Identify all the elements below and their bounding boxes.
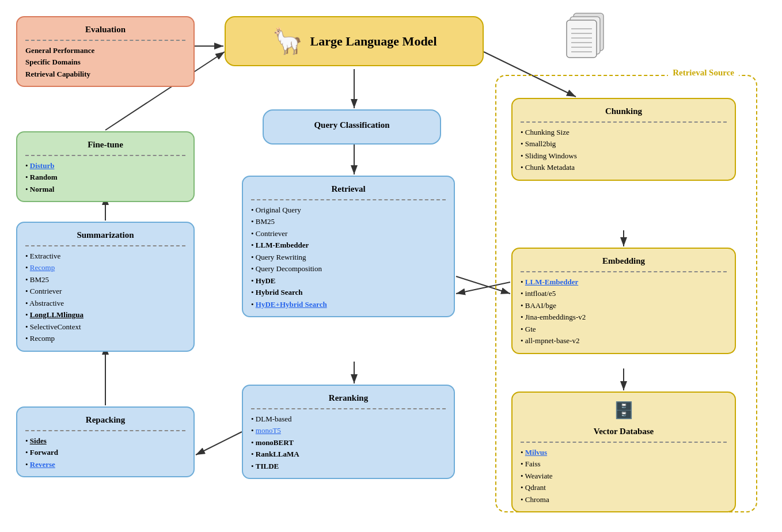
rerank-tilde: • TILDE: [251, 461, 446, 472]
document-icon: [563, 10, 609, 62]
ret-rewriting: • Query Rewriting: [251, 252, 446, 263]
query-classification-box: Query Classification: [263, 109, 441, 145]
summ-abstractive: • Abstractive: [25, 298, 185, 309]
retrieval-title: Retrieval: [251, 183, 446, 196]
repacking-items: • Sides • Forward • Reverse: [25, 435, 185, 470]
summ-contriever: • Contriever: [25, 286, 185, 297]
vectordb-title: Vector Database: [521, 425, 727, 438]
emb-mpnet: • all-mpnet-base-v2: [521, 335, 727, 347]
retrieval-items: • Original Query • BM25 • Contriever • L…: [251, 204, 446, 310]
repacking-reverse: • Reverse: [25, 459, 185, 470]
finetune-item-normal: • Normal: [25, 184, 185, 195]
finetune-item-disturb: • Disturb: [25, 160, 185, 172]
finetune-item-random: • Random: [25, 172, 185, 183]
vdb-weaviate: • Weaviate: [521, 470, 727, 482]
llm-box: 🦙 Large Language Model: [225, 16, 484, 66]
repacking-sides: • Sides: [25, 435, 185, 447]
chunk-sliding: • Sliding Windows: [521, 150, 727, 162]
summarization-title: Summarization: [25, 229, 185, 242]
llm-icon: 🦙: [272, 25, 303, 57]
document-icon-group: [563, 10, 609, 64]
rerank-monobert: • monoBERT: [251, 437, 446, 449]
evaluation-title: Evaluation: [25, 23, 185, 36]
llm-title: Large Language Model: [310, 32, 437, 51]
repacking-title: Repacking: [25, 413, 185, 427]
chunking-title: Chunking: [521, 105, 727, 118]
eval-item-3: Retrieval Capability: [25, 69, 185, 80]
repacking-divider: [25, 430, 185, 431]
ret-original: • Original Query: [251, 204, 446, 216]
ret-llm-embedder: • LLM-Embedder: [251, 240, 446, 251]
vdb-milvus: • Milvus: [521, 447, 727, 458]
reranking-box: Reranking • DLM-based • monoT5 • monoBER…: [242, 385, 455, 479]
chunk-small2big: • Small2big: [521, 138, 727, 150]
ret-hyde-hybrid: • HyDE+Hybrid Search: [251, 299, 446, 310]
retrieval-source-label: Retrieval Source: [668, 68, 739, 78]
chunking-items: • Chunking Size • Small2big • Sliding Wi…: [521, 127, 727, 173]
embedding-title: Embedding: [521, 254, 727, 268]
embedding-box: Embedding • LLM-Embedder • intfloat/e5 •…: [511, 248, 736, 354]
emb-llm: • LLM-Embedder: [521, 276, 727, 288]
ret-hybrid: • Hybrid Search: [251, 287, 446, 298]
summ-selective: • SelectiveContext: [25, 321, 185, 333]
embedding-items: • LLM-Embedder • intfloat/e5 • BAAI/bge …: [521, 276, 727, 347]
chunk-size: • Chunking Size: [521, 127, 727, 138]
rerank-monot5: • monoT5: [251, 425, 446, 436]
evaluation-box: Evaluation General Performance Specific …: [16, 16, 195, 87]
summ-longllm: • LongLLMlingua: [25, 309, 185, 321]
vectordb-items: • Milvus • Faiss • Weaviate • Qdrant • C…: [521, 447, 727, 506]
reranking-title: Reranking: [251, 392, 446, 405]
reranking-divider: [251, 408, 446, 409]
db-icon: 🗄️: [521, 398, 727, 423]
ret-decomposition: • Query Decomposition: [251, 263, 446, 275]
summ-bm25: • BM25: [25, 274, 185, 286]
ret-bm25: • BM25: [251, 216, 446, 227]
chunking-divider: [521, 121, 727, 123]
summarization-items: • Extractive • Recomp • BM25 • Contrieve…: [25, 250, 185, 344]
summ-recomp2: • Recomp: [25, 333, 185, 344]
vectordb-divider: [521, 442, 727, 443]
emb-jina: • Jina-embeddings-v2: [521, 311, 727, 323]
eval-item-2: Specific Domains: [25, 56, 185, 68]
query-title: Query Classification: [274, 119, 430, 132]
eval-item-1: General Performance: [25, 45, 185, 56]
emb-baai: • BAAI/bge: [521, 300, 727, 311]
ret-contriever: • Contriever: [251, 228, 446, 240]
ret-hyde: • HyDE: [251, 275, 446, 287]
chunk-metadata: • Chunk Metadata: [521, 162, 727, 173]
chunking-box: Chunking • Chunking Size • Small2big • S…: [511, 98, 736, 181]
retrieval-box: Retrieval • Original Query • BM25 • Cont…: [242, 176, 455, 317]
eval-divider: [25, 40, 185, 41]
vdb-chroma: • Chroma: [521, 494, 727, 506]
reranking-items: • DLM-based • monoT5 • monoBERT • RankLL…: [251, 413, 446, 472]
summ-extractive: • Extractive: [25, 250, 185, 262]
summarization-divider: [25, 245, 185, 246]
rerank-rankllama: • RankLLaMA: [251, 449, 446, 460]
finetune-title: Fine-tune: [25, 138, 185, 151]
finetune-box: Fine-tune • Disturb • Random • Normal: [16, 131, 195, 202]
vdb-faiss: • Faiss: [521, 458, 727, 470]
retrieval-divider: [251, 199, 446, 200]
vectordb-box: 🗄️ Vector Database • Milvus • Faiss • We…: [511, 392, 736, 512]
finetune-items: • Disturb • Random • Normal: [25, 160, 185, 195]
repacking-forward: • Forward: [25, 447, 185, 458]
rerank-dlm: • DLM-based: [251, 413, 446, 425]
svg-line-6: [196, 432, 242, 455]
diagram: Retrieval Source Evaluation General Perf…: [0, 0, 782, 532]
eval-items: General Performance Specific Domains Ret…: [25, 45, 185, 80]
summ-recomp: • Recomp: [25, 262, 185, 273]
vdb-qdrant: • Qdrant: [521, 482, 727, 493]
emb-gte: • Gte: [521, 324, 727, 335]
repacking-box: Repacking • Sides • Forward • Reverse: [16, 406, 195, 477]
embedding-divider: [521, 271, 727, 272]
emb-intfloat: • intfloat/e5: [521, 288, 727, 299]
finetune-divider: [25, 155, 185, 156]
summarization-box: Summarization • Extractive • Recomp • BM…: [16, 222, 195, 352]
